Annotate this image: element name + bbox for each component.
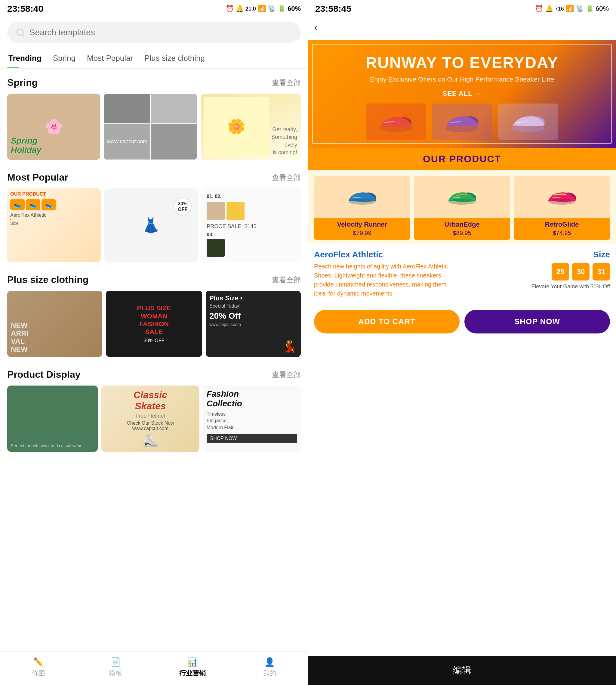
product-description: AeroFlex Athletic Reach new heights of a… <box>314 250 455 298</box>
most-popular-see-all[interactable]: 查看全部 <box>272 173 301 183</box>
hero-subtitle: Enjoy Exclusive Offers on Our High Perfo… <box>319 75 605 84</box>
spring-holiday-overlay: SpringHoliday <box>11 136 41 155</box>
product-display-cards: Perfect for both work and casual wear...… <box>7 386 301 452</box>
search-bar[interactable] <box>7 22 301 43</box>
shop-now-small[interactable]: SHOP NOW <box>207 434 297 443</box>
tab-plus-size[interactable]: Plus size clothing <box>143 50 206 68</box>
nav-marketing[interactable]: 📊 行业营销 <box>154 657 231 678</box>
plus-size-header: Plus size clothing 查看全部 <box>7 274 301 285</box>
velocity-shoe-svg <box>347 187 377 208</box>
right-data-speed: 716 <box>555 6 564 12</box>
product-detail: AeroFlex Athletic Reach new heights of a… <box>308 244 616 304</box>
svg-line-1 <box>22 34 24 36</box>
product-retroglide[interactable]: RetroGlide $74.95 <box>514 176 610 240</box>
urbanedge-name: UrbanEdge <box>442 221 481 229</box>
spring-card-2[interactable]: www.capcut.com <box>104 93 197 160</box>
twenty-off: 20% Off <box>210 311 297 321</box>
our-product-header: OUR PRODUCT <box>308 148 616 170</box>
bottom-nav: ✏️ 修图 📄 模板 📊 行业营销 👤 我的 <box>0 651 308 685</box>
right-status-bar: 23:58:45 ⏰ 🔔 716 📶 📡 🔋 60% <box>308 0 616 18</box>
spring-grid-4 <box>150 124 197 160</box>
product-display-section: Product Display 查看全部 Perfect for both wo… <box>0 361 308 488</box>
left-status-bar: 23:58:40 ⏰ 🔔 21.0 📶 📡 🔋 60% <box>0 0 308 18</box>
tab-spring[interactable]: Spring <box>52 50 77 68</box>
tabs-bar: Trending Spring Most Popular Plus size c… <box>0 47 308 69</box>
right-panel: 23:58:45 ⏰ 🔔 716 📶 📡 🔋 60% ‹ RUNWAY TO E… <box>308 0 616 685</box>
nav-template[interactable]: 📄 模板 <box>77 657 154 678</box>
plus-woman-emoji: 💃 <box>282 339 297 353</box>
spring-holiday-text: SpringHoliday <box>11 136 41 155</box>
product-urbanedge[interactable]: UrbanEdge $89.95 <box>414 176 510 240</box>
urbanedge-price: $89.95 <box>453 230 471 237</box>
spring-grid-3: www.capcut.com <box>104 124 150 160</box>
plus-size-cards: NEWARRIVALNEW PLUS SIZEWOMANFASHIONSALE … <box>7 291 301 357</box>
pop-images <box>207 202 295 220</box>
add-to-cart-button[interactable]: ADD TO CART <box>314 310 460 334</box>
shop-now-button[interactable]: SHOP NOW <box>464 310 610 334</box>
nav-edit[interactable]: ✏️ 修图 <box>0 657 77 678</box>
spring-section-header: Spring 查看全部 <box>7 77 301 88</box>
size-btn-30[interactable]: 30 <box>572 263 590 280</box>
nav-template-label: 模板 <box>109 669 122 678</box>
hero-title: RUNWAY TO EVERYDAY <box>319 54 605 71</box>
back-button[interactable]: ‹ <box>314 20 321 35</box>
plus-card-3[interactable]: Plus Size • Special Today! 20% Off www.c… <box>206 291 301 357</box>
spring-see-all[interactable]: 查看全部 <box>272 78 301 88</box>
discount-info: Elevate Your Game with 30% Off <box>531 283 610 290</box>
plus-card-2-sub: 30% OFF <box>144 338 164 343</box>
product-display-card-1[interactable]: Perfect for both work and casual wear... <box>7 386 98 452</box>
right-signal-icon: 📡 <box>576 5 584 13</box>
nav-mine[interactable]: 👤 我的 <box>231 657 308 678</box>
mine-icon: 👤 <box>264 657 275 667</box>
popular-card-2[interactable]: 👗 30%OFF <box>104 188 198 262</box>
size-dot <box>10 219 12 220</box>
size-btn-29[interactable]: 29 <box>552 263 569 280</box>
shoe-emoji-3: 👟 <box>45 201 53 208</box>
spring-card-3[interactable]: 🌼 Get ready,Something lovelyis coming! <box>201 93 301 160</box>
right-header: ‹ <box>308 18 616 40</box>
hero-cta[interactable]: SEE ALL → <box>319 90 605 98</box>
svg-point-5 <box>349 199 376 205</box>
woman-fashion-icon: 👗 <box>142 217 160 234</box>
edit-button[interactable]: 编辑 <box>453 664 471 677</box>
product-velocity[interactable]: Velocity Runner $79.99 <box>314 176 410 240</box>
tab-most-popular[interactable]: Most Popular <box>86 50 134 68</box>
product-display-card-3[interactable]: FashionCollectio TimelessElegance,Modern… <box>203 386 301 452</box>
popular-card-3[interactable]: 01. 02. PROCE SALE: $145 03. <box>201 188 301 262</box>
spring-grid-1 <box>104 93 150 124</box>
right-wifi-icon: 📶 <box>566 5 574 13</box>
most-popular-cards: OUR PRODUCT 👟 👟 👟 AeroFlex Athletic Size… <box>7 188 301 262</box>
plus-size-woman-title: PLUS SIZEWOMANFASHIONSALE <box>137 304 171 336</box>
product-display-see-all[interactable]: 查看全部 <box>272 370 301 380</box>
detail-divider <box>462 250 462 298</box>
lilac-shoe-svg <box>510 110 546 134</box>
popular-card-1[interactable]: OUR PRODUCT 👟 👟 👟 AeroFlex Athletic Size <box>7 188 101 262</box>
fashion-small-text: Perfect for both work and casual wear... <box>11 443 94 448</box>
nav-marketing-label: 行业营销 <box>179 669 206 678</box>
shoe-emoji-2: 👟 <box>29 201 37 208</box>
edit-bar: 编辑 <box>308 656 616 685</box>
check-stock-text: Check Our Stock Nowwww.capcut.com <box>127 421 174 431</box>
tab-trending[interactable]: Trending <box>7 50 43 68</box>
search-input[interactable] <box>29 28 292 37</box>
plus-size-see-all[interactable]: 查看全部 <box>272 275 301 285</box>
left-time: 23:58:40 <box>7 4 43 14</box>
plus-card-2[interactable]: PLUS SIZEWOMANFASHIONSALE 30% OFF <box>106 291 202 357</box>
velocity-name: Velocity Runner <box>335 221 389 229</box>
product-display-card-2[interactable]: ClassicSkates Free Helmet Check Our Stoc… <box>101 386 199 452</box>
spring-title: Spring <box>7 77 38 88</box>
svg-point-7 <box>548 199 575 205</box>
size-buttons: 29 30 31 <box>552 263 610 280</box>
size-btn-31[interactable]: 31 <box>593 263 610 280</box>
plus-overlay <box>7 291 102 357</box>
velocity-price: $79.99 <box>353 230 371 237</box>
shoe-emoji-1: 👟 <box>14 201 21 208</box>
search-icon <box>16 28 25 37</box>
spring-card-1[interactable]: 🌸 SpringHoliday <box>7 93 100 160</box>
battery-icon: 🔋 60% <box>278 5 301 13</box>
plus-card-1[interactable]: NEWARRIVALNEW <box>7 291 102 357</box>
popular-card-3-inner: 01. 02. PROCE SALE: $145 03. <box>204 191 298 259</box>
pop-img-1 <box>207 202 225 220</box>
shoe-1: 👟 <box>10 199 25 210</box>
spring-section: Spring 查看全部 🌸 SpringHoliday www.capcut.c… <box>0 69 308 164</box>
